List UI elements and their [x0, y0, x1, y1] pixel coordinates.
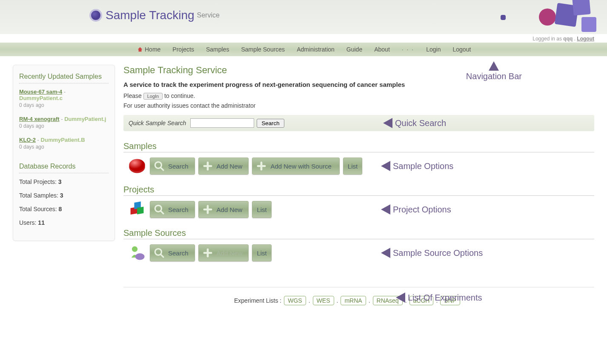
projects-add-button[interactable]: Add New [198, 201, 249, 218]
svg-line-12 [160, 211, 164, 214]
nav-about[interactable]: About [368, 46, 396, 53]
db-row: Total Samples: 3 [19, 192, 109, 199]
main-content: Sample Tracking Service A service to tra… [119, 65, 607, 322]
login-prompt: Please LogIn to continue. [123, 92, 594, 100]
recent-sample-link[interactable]: RM-4 xenograft [19, 116, 60, 122]
recent-item: Mouse-67 sam-4 - DummyPatient.c 0 days a… [19, 89, 109, 108]
recent-sample-source: DummyPatient.B [41, 137, 85, 143]
experiment-chip-wgs[interactable]: WGS [284, 296, 306, 305]
db-row: Total Projects: 3 [19, 178, 109, 185]
recent-sample-link[interactable]: KLO-2 [19, 137, 36, 143]
annotation-samples: Sample Options [381, 161, 453, 171]
quick-search-input[interactable] [190, 118, 254, 128]
svg-rect-20 [203, 252, 212, 254]
nav-separator: · · · [396, 46, 420, 53]
samples-add-with-source-button[interactable]: Add New with Source [252, 158, 339, 175]
sources-list-button[interactable]: List [252, 244, 271, 261]
recent-sample-source: DummyPatient.c [19, 95, 63, 101]
db-records-heading: Database Records [19, 163, 109, 173]
logged-in-user: qqq [563, 36, 573, 42]
samples-add-button[interactable]: Add New [198, 158, 249, 175]
login-status-bar: Logged in as qqq . Logout [0, 34, 607, 43]
section-samples: Samples Search Add New [123, 141, 594, 175]
page-title: Sample Tracking Service [123, 65, 594, 76]
arrow-left-icon [381, 161, 390, 171]
db-row: Total Sources: 8 [19, 206, 109, 212]
experiment-lists-label: Experiment Lists : [234, 297, 281, 304]
svg-point-11 [155, 205, 161, 212]
svg-point-2 [155, 162, 161, 168]
search-icon [153, 160, 166, 172]
plus-icon [255, 160, 268, 172]
annotation-quick-search: Quick Search [383, 118, 446, 128]
arrow-left-icon [381, 248, 390, 258]
svg-point-16 [135, 253, 145, 260]
quick-search-button[interactable]: Search [257, 119, 284, 128]
recent-item: KLO-2 - DummyPatient.B 0 days ago [19, 137, 109, 150]
quick-search-bar: Quick Sample Search Search Quick Search [123, 115, 594, 131]
projects-icon [128, 201, 146, 218]
svg-point-17 [155, 249, 161, 255]
svg-rect-5 [203, 165, 212, 167]
recent-sample-source: DummyPatient.j [64, 116, 106, 122]
projects-search-button[interactable]: Search [150, 201, 195, 218]
login-button-inline[interactable]: LogIn [143, 93, 163, 100]
auth-contact-text: For user authority issues contact the ad… [123, 102, 594, 109]
projects-heading: Projects [123, 185, 594, 196]
recent-sample-age: 0 days ago [19, 102, 109, 108]
svg-rect-10 [137, 206, 143, 214]
home-icon [137, 46, 143, 52]
recent-item: RM-4 xenograft - DummyPatient.j 0 days a… [19, 116, 109, 129]
plus-icon [201, 203, 214, 216]
samples-heading: Samples [123, 141, 594, 152]
arrow-left-icon [396, 292, 405, 303]
recent-samples-heading: Recently Updated Samples [19, 73, 109, 83]
svg-point-15 [132, 246, 137, 252]
app-subtitle: Service [197, 11, 220, 19]
svg-line-18 [160, 254, 164, 258]
nav-administration[interactable]: Administration [291, 46, 341, 53]
sidebar: Recently Updated Samples Mouse-67 sam-4 … [13, 65, 115, 241]
experiment-chip-wes[interactable]: WES [313, 296, 334, 305]
nav-projects[interactable]: Projects [166, 46, 200, 53]
sources-icon [128, 244, 146, 261]
page-subtitle: A service to track the experiment progre… [123, 81, 594, 88]
sources-search-button[interactable]: Search [150, 244, 195, 261]
app-logo: Sample Tracking Service [89, 9, 220, 22]
arrow-left-icon [383, 118, 392, 128]
nav-samples[interactable]: Samples [200, 46, 235, 53]
sources-heading: Sample Sources [123, 228, 594, 239]
search-icon [153, 203, 166, 216]
samples-search-button[interactable]: Search [150, 158, 195, 175]
recent-sample-link[interactable]: Mouse-67 sam-4 [19, 89, 62, 95]
plus-icon [201, 246, 214, 259]
nav-logout[interactable]: Logout [447, 46, 477, 53]
recent-sample-age: 0 days ago [19, 144, 109, 150]
experiment-lists: Experiment Lists : WGS . WES . mRNA . RN… [123, 287, 594, 322]
section-sources: Sample Sources Search [123, 228, 594, 261]
nav-home[interactable]: Home [131, 46, 166, 53]
arrow-left-icon [381, 204, 390, 215]
annotation-experiments: List Of Experiments [396, 292, 482, 303]
plus-icon [201, 160, 214, 172]
nav-login[interactable]: Login [420, 46, 447, 53]
app-title: Sample Tracking [106, 9, 195, 22]
logged-in-prefix: Logged in as [533, 36, 563, 42]
annotation-sources: Sample Source Options [381, 248, 483, 258]
nav-guide[interactable]: Guide [341, 46, 368, 53]
quick-search-label: Quick Sample Search [129, 120, 186, 126]
sources-add-button[interactable]: Add New [198, 244, 249, 261]
samples-list-button[interactable]: List [343, 158, 362, 175]
recent-sample-age: 0 days ago [19, 123, 109, 129]
navigation-bar: Home Projects Samples Sample Sources Adm… [0, 43, 607, 56]
projects-list-button[interactable]: List [252, 201, 271, 218]
header: Sample Tracking Service [0, 0, 607, 34]
logout-link-top[interactable]: Logout [577, 36, 594, 42]
logo-circle-icon [89, 9, 102, 22]
nav-sample-sources[interactable]: Sample Sources [235, 46, 291, 53]
svg-point-1 [129, 159, 145, 172]
experiment-chip-mrna[interactable]: mRNA [341, 296, 366, 305]
section-projects: Projects Search [123, 185, 594, 218]
svg-rect-7 [257, 165, 266, 167]
samples-icon [128, 158, 146, 175]
